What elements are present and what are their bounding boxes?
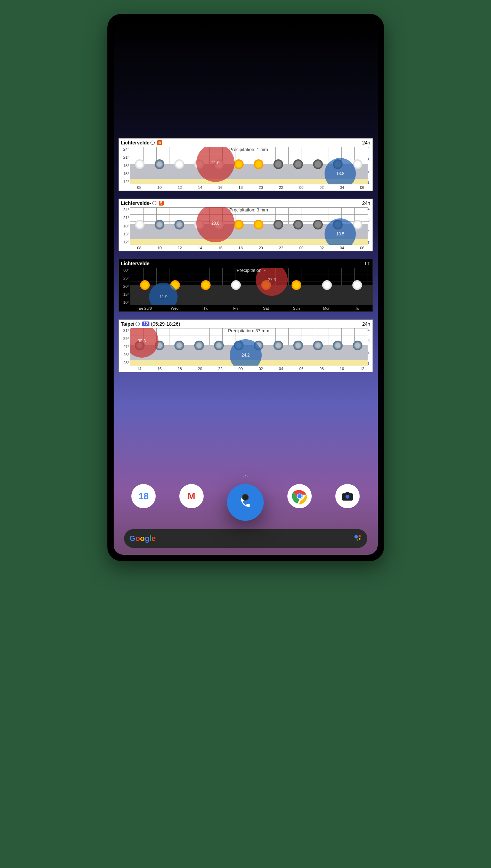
rain-icon [293,341,303,350]
cloud-icon [135,220,145,229]
location-name: Lichtervelde [121,200,149,206]
rain-icon [333,341,343,350]
x-axis: 141618202200020406081012 [119,366,373,372]
widget-header: Taipei12 (05:29-18:26) 24h [119,320,373,328]
moon-icon [293,159,303,169]
x-axis: 081012141618202200020406 [119,245,373,251]
phone-icon [239,496,251,508]
moon-icon [273,220,283,229]
y-axis: 24°21°18°15°12° [119,147,130,184]
period-label: 24h [362,200,370,206]
weather-widget-3[interactable]: Taipei12 (05:29-18:26) 24h 31°29°27°25°2… [118,319,373,372]
widget-header: Lichtervelde LT [119,259,373,268]
sun-icon [254,220,263,229]
precip-label: Precipitation: 1 mm [229,147,268,152]
location-name: Taipei [121,321,134,327]
camera-icon [341,490,354,503]
chrome-icon [290,487,309,505]
sun-icon [292,280,301,290]
app-drawer-arrow[interactable]: ︿ [114,472,378,478]
chart-area: Precipitation: 37 mm 30.3 24.2 [130,328,368,366]
y-axis: 24°21°18°15°12° [119,207,130,245]
status-circle [150,141,155,145]
rain-icon [313,341,323,350]
camera-app[interactable] [335,484,360,508]
google-search-bar[interactable]: Google [124,529,367,548]
sun-icon [234,159,244,169]
sun-icon [254,159,263,169]
chart-area: Precipitation: - 27.3 11.9 [130,268,373,305]
moon-icon [313,220,323,229]
cloud-icon [352,280,362,290]
rain-icon [194,341,204,350]
chrome-app[interactable] [287,484,312,508]
status-circle [136,322,140,326]
precip-label: Precipitation: 37 mm [228,328,269,333]
rain-icon [155,220,164,229]
sun-times: (05:29-18:26) [151,321,180,327]
moon-icon [273,159,283,169]
calendar-app[interactable]: 18 [131,484,156,508]
rain-icon [273,341,283,350]
calendar-date: 18 [139,491,149,502]
weather-widget-0[interactable]: Lichtervelde5 24h 24°21°18°15°12° Precip… [118,138,373,191]
svg-point-5 [359,535,361,537]
svg-point-4 [354,535,358,539]
precip-label: Precipitation: 3 mm [229,207,268,212]
svg-point-6 [359,538,360,540]
sun-icon [201,280,211,290]
right-axis: 4321 [368,328,373,366]
period-label: LT [365,261,370,266]
chart-area: Precipitation: 1 mm 21.0 13.8 [130,147,368,184]
x-axis: Tue 20/8WedThuFriSatSunMonTu [119,305,373,311]
home-screen[interactable]: Lichtervelde5 24h 24°21°18°15°12° Precip… [114,20,378,555]
y-axis: 30°25°20°15°10° [119,268,130,305]
assistant-icon[interactable] [354,534,362,543]
gmail-app[interactable]: M [179,484,204,508]
cloud-icon [174,159,184,169]
google-logo: Google [130,534,156,543]
uv-badge: 5 [159,201,164,206]
period-label: 24h [362,321,370,327]
right-axis: 4321 [368,147,373,184]
widget-area: Lichtervelde5 24h 24°21°18°15°12° Precip… [114,131,378,472]
svg-point-3 [345,495,349,499]
moon-icon [293,220,303,229]
period-label: 24h [362,140,370,145]
weather-widget-2[interactable]: Lichtervelde LT 30°25°20°15°10° Precipit… [118,259,373,312]
uv-badge: 12 [142,322,149,326]
rain-icon [353,341,362,350]
sun-icon [140,280,150,290]
cloud-icon [135,159,145,169]
rain-icon [155,159,164,169]
chart-area: Precipitation: 3 mm 20.8 13.5 [130,207,368,245]
svg-point-7 [357,539,358,541]
phone-app[interactable] [227,484,264,521]
rain-icon [214,341,224,350]
phone-frame: Lichtervelde5 24h 24°21°18°15°12° Precip… [107,14,384,561]
rain-icon [174,220,184,229]
y-axis: 31°29°27°25°23° [119,328,130,366]
widget-header: Lichtervelde - 5 24h [119,199,373,207]
gmail-icon: M [188,491,195,502]
status-circle [152,201,156,205]
widget-header: Lichtervelde5 24h [119,139,373,147]
svg-point-2 [297,494,302,498]
dock: 18 M [114,481,378,524]
moon-icon [313,159,323,169]
location-name: Lichtervelde [121,261,149,266]
uv-badge: 5 [157,140,162,145]
right-axis: 4321 [368,207,373,245]
cloud-icon [322,280,332,290]
sun-icon [234,220,244,229]
x-axis: 081012141618202200020406 [119,184,373,191]
location-name: Lichtervelde [121,140,149,145]
weather-widget-1[interactable]: Lichtervelde - 5 24h 24°21°18°15°12° Pre… [118,199,373,251]
precip-label: Precipitation: - [237,268,265,273]
rain-icon [174,341,184,350]
cloud-icon [231,280,241,290]
